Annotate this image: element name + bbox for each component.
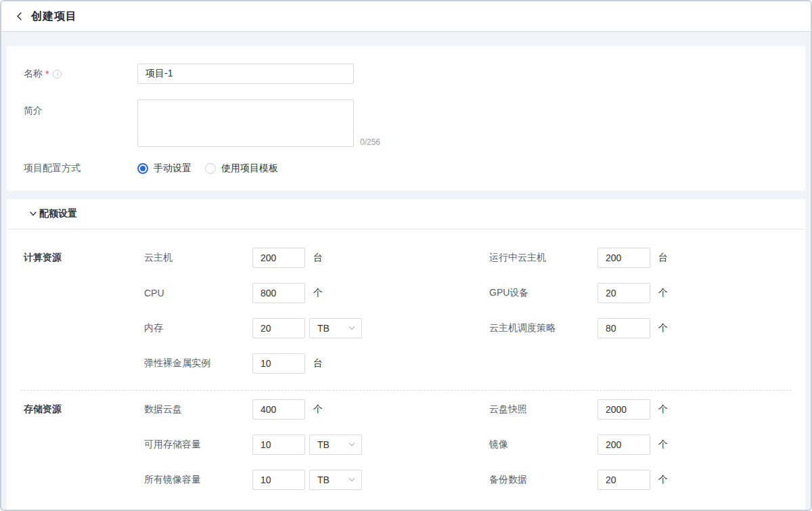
radio-label: 使用项目模板 <box>221 162 278 175</box>
quota-card: 配额设置 计算资源 云主机 台 运行中云主机 台 CPU 个 <box>7 199 805 510</box>
field-label: 可用存储容量 <box>144 439 252 451</box>
backup-data-input[interactable] <box>597 470 650 490</box>
unit-label: 个 <box>658 439 668 451</box>
running-vm-input[interactable] <box>597 248 650 268</box>
image-capacity-input[interactable] <box>252 470 305 490</box>
name-field-row: 名称 * <box>24 64 788 84</box>
disk-snapshot-input[interactable] <box>597 399 650 420</box>
required-asterisk: * <box>45 68 49 79</box>
gpu-device-input[interactable] <box>597 283 650 303</box>
chevron-down-icon <box>348 476 355 483</box>
char-counter: 0/256 <box>360 137 380 147</box>
backup-data-quota-field: 备份数据 个 <box>489 470 788 490</box>
unit-label: 个 <box>658 403 668 416</box>
vm-input[interactable] <box>252 248 305 268</box>
radio-selected-icon <box>137 163 148 174</box>
radio-option-manual[interactable]: 手动设置 <box>137 162 191 175</box>
cpu-input[interactable] <box>252 283 305 303</box>
vm-quota-field: 云主机 台 <box>144 248 489 268</box>
chevron-down-icon <box>29 210 37 218</box>
page-header: 创建项目 <box>1 1 811 32</box>
unit-label: 个 <box>658 474 668 486</box>
radio-label: 手动设置 <box>154 162 191 175</box>
config-mode-label: 项目配置方式 <box>24 162 137 175</box>
storage-capacity-quota-field: 可用存储容量 TB <box>144 435 489 455</box>
field-label: 运行中云主机 <box>489 252 597 264</box>
storage-capacity-unit-select[interactable]: TB <box>309 435 362 455</box>
scheduler-policy-input[interactable] <box>597 318 650 338</box>
unit-label: 台 <box>313 252 323 264</box>
radio-unselected-icon <box>205 163 216 174</box>
unit-label: 台 <box>658 252 668 264</box>
field-label: 云主机 <box>144 252 252 264</box>
unit-label: 个 <box>313 403 323 416</box>
info-icon[interactable] <box>53 70 62 79</box>
project-name-input[interactable] <box>137 64 354 84</box>
image-quota-field: 镜像 个 <box>489 435 788 455</box>
field-label: 备份数据 <box>489 474 597 486</box>
storage-group-label: 存储资源 <box>24 399 144 490</box>
unit-label: 个 <box>658 322 668 334</box>
chevron-left-icon <box>15 12 24 21</box>
running-vm-quota-field: 运行中云主机 台 <box>489 248 788 268</box>
project-intro-textarea[interactable] <box>137 99 354 147</box>
image-capacity-quota-field: 所有镜像容量 TB <box>144 470 489 490</box>
compute-resources-group: 计算资源 云主机 台 运行中云主机 台 CPU 个 <box>7 229 805 390</box>
quota-section-header[interactable]: 配额设置 <box>7 199 805 229</box>
intro-field-row: 简介 0/256 <box>24 99 788 147</box>
back-button[interactable] <box>15 12 24 21</box>
name-label: 名称 * <box>24 68 137 80</box>
field-label: 镜像 <box>489 439 597 451</box>
unit-label: 个 <box>658 287 668 299</box>
config-mode-radio-group: 手动设置 使用项目模板 <box>137 162 292 175</box>
memory-input[interactable] <box>252 318 305 338</box>
radio-option-template[interactable]: 使用项目模板 <box>205 162 278 175</box>
field-label: 内存 <box>144 322 252 334</box>
storage-quota-grid: 数据云盘 个 云盘快照 个 可用存储容量 TB <box>144 399 788 490</box>
data-disk-input[interactable] <box>252 399 305 420</box>
selected-unit: TB <box>317 474 330 485</box>
field-label: 所有镜像容量 <box>144 474 252 486</box>
field-label: 云主机调度策略 <box>489 322 597 334</box>
chevron-down-icon <box>348 325 355 332</box>
unit-label: 个 <box>313 287 323 299</box>
basic-info-card: 名称 * 简介 0/256 项目配置方式 手动设置 使用项目模板 <box>7 46 805 191</box>
field-label: 弹性裸金属实例 <box>144 357 252 370</box>
image-input[interactable] <box>597 435 650 455</box>
bare-metal-quota-field: 弹性裸金属实例 台 <box>144 353 489 374</box>
image-capacity-unit-select[interactable]: TB <box>309 470 362 490</box>
intro-label: 简介 <box>24 99 137 117</box>
config-mode-row: 项目配置方式 手动设置 使用项目模板 <box>24 162 788 175</box>
field-label: 数据云盘 <box>144 403 252 416</box>
background-band <box>1 191 811 199</box>
selected-unit: TB <box>317 439 330 450</box>
disk-snapshot-quota-field: 云盘快照 个 <box>489 399 788 420</box>
page-title: 创建项目 <box>31 9 77 24</box>
unit-label: 台 <box>313 357 323 370</box>
field-label: 云盘快照 <box>489 403 597 416</box>
bare-metal-input[interactable] <box>252 353 305 374</box>
memory-quota-field: 内存 TB <box>144 318 489 338</box>
scheduler-policy-quota-field: 云主机调度策略 个 <box>489 318 788 338</box>
field-label: GPU设备 <box>489 287 597 299</box>
compute-group-label: 计算资源 <box>24 248 144 374</box>
gpu-device-quota-field: GPU设备 个 <box>489 283 788 303</box>
chevron-down-icon <box>348 441 355 448</box>
background-band <box>1 32 811 46</box>
storage-capacity-input[interactable] <box>252 435 305 455</box>
memory-unit-select[interactable]: TB <box>309 318 362 338</box>
compute-quota-grid: 云主机 台 运行中云主机 台 CPU 个 GPU设备 个 <box>144 248 788 374</box>
quota-section-title: 配额设置 <box>39 208 77 220</box>
storage-resources-group: 存储资源 数据云盘 个 云盘快照 个 可用存储容量 TB <box>7 391 805 502</box>
cpu-quota-field: CPU 个 <box>144 283 489 303</box>
field-label: CPU <box>144 288 252 298</box>
create-project-page: 创建项目 名称 * 简介 0/256 项目配置方式 手动设置 <box>0 0 812 511</box>
data-disk-quota-field: 数据云盘 个 <box>144 399 489 420</box>
selected-unit: TB <box>317 323 330 334</box>
